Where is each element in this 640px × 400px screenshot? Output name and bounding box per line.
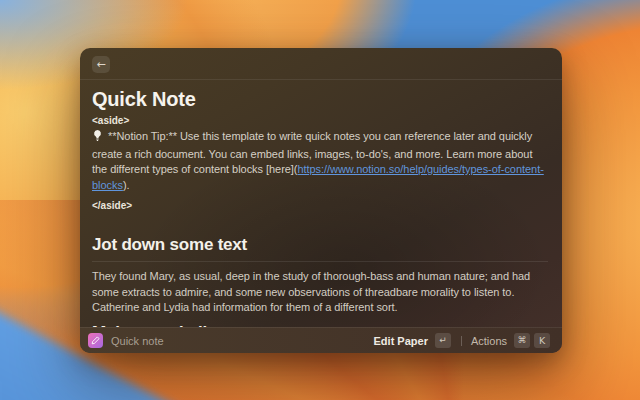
section-heading-jot: Jot down some text [92, 235, 548, 262]
aside-open-tag: <aside> [92, 115, 548, 126]
command-key-icon: ⌘ [514, 333, 530, 348]
lightbulb-icon [92, 129, 103, 147]
aside-close-tag: </aside> [92, 200, 548, 211]
back-button[interactable]: ← [92, 56, 110, 73]
pencil-icon [91, 336, 100, 345]
return-key-icon: ↵ [435, 333, 451, 348]
arrow-left-icon: ← [96, 58, 105, 71]
window-header: ← [80, 48, 562, 80]
quick-note-app-icon [88, 333, 103, 348]
notion-tip-paragraph: **Notion Tip:** Use this template to wri… [92, 129, 548, 193]
actions-button[interactable]: Actions [471, 335, 507, 347]
quick-note-window: ← Quick Note <aside> **Notion Tip:** Use… [80, 48, 562, 353]
tip-suffix: ). [123, 179, 130, 191]
note-content[interactable]: Quick Note <aside> **Notion Tip:** Use t… [80, 80, 562, 327]
footer-app-label: Quick note [111, 335, 164, 347]
edit-paper-button[interactable]: Edit Paper [374, 335, 428, 347]
desktop: ← Quick Note <aside> **Notion Tip:** Use… [0, 0, 640, 400]
k-key-chip: K [534, 333, 550, 348]
page-title: Quick Note [92, 88, 548, 111]
footer-bar: Quick note Edit Paper ↵ Actions ⌘ K [80, 327, 562, 353]
footer-divider [461, 336, 462, 346]
section-body-text: They found Mary, as usual, deep in the s… [92, 269, 548, 316]
